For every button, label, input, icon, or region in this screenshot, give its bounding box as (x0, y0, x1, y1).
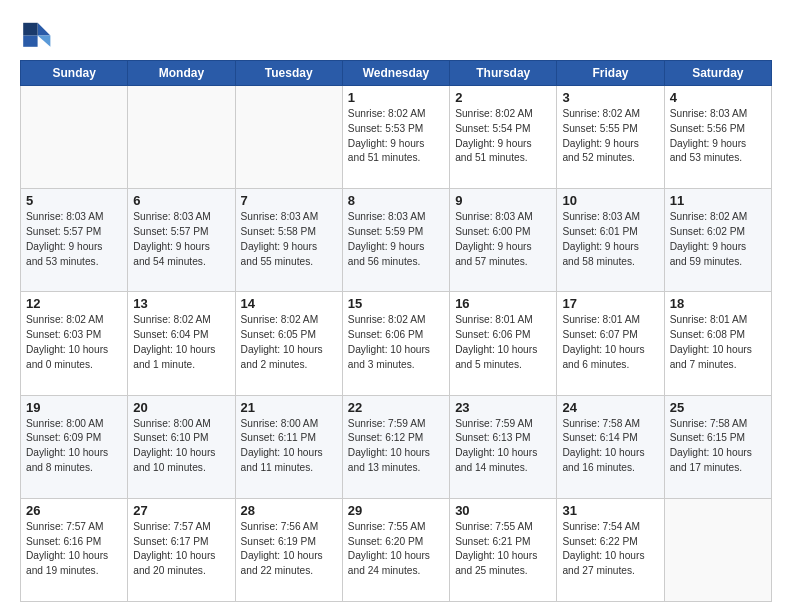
calendar-table: SundayMondayTuesdayWednesdayThursdayFrid… (20, 60, 772, 602)
logo (20, 18, 56, 50)
calendar-cell: 4Sunrise: 8:03 AM Sunset: 5:56 PM Daylig… (664, 86, 771, 189)
page: SundayMondayTuesdayWednesdayThursdayFrid… (0, 0, 792, 612)
day-number: 17 (562, 296, 659, 311)
calendar-cell: 1Sunrise: 8:02 AM Sunset: 5:53 PM Daylig… (342, 86, 449, 189)
day-number: 13 (133, 296, 230, 311)
calendar-cell: 8Sunrise: 8:03 AM Sunset: 5:59 PM Daylig… (342, 189, 449, 292)
day-number: 6 (133, 193, 230, 208)
day-number: 5 (26, 193, 123, 208)
day-info: Sunrise: 8:03 AM Sunset: 5:57 PM Dayligh… (26, 210, 123, 269)
day-number: 18 (670, 296, 767, 311)
day-number: 31 (562, 503, 659, 518)
day-info: Sunrise: 7:56 AM Sunset: 6:19 PM Dayligh… (241, 520, 338, 579)
day-info: Sunrise: 8:02 AM Sunset: 6:06 PM Dayligh… (348, 313, 445, 372)
calendar-cell: 29Sunrise: 7:55 AM Sunset: 6:20 PM Dayli… (342, 498, 449, 601)
calendar-cell: 19Sunrise: 8:00 AM Sunset: 6:09 PM Dayli… (21, 395, 128, 498)
day-number: 2 (455, 90, 552, 105)
calendar-cell: 20Sunrise: 8:00 AM Sunset: 6:10 PM Dayli… (128, 395, 235, 498)
calendar-cell: 9Sunrise: 8:03 AM Sunset: 6:00 PM Daylig… (450, 189, 557, 292)
calendar-cell: 2Sunrise: 8:02 AM Sunset: 5:54 PM Daylig… (450, 86, 557, 189)
day-number: 7 (241, 193, 338, 208)
day-number: 22 (348, 400, 445, 415)
calendar-cell: 14Sunrise: 8:02 AM Sunset: 6:05 PM Dayli… (235, 292, 342, 395)
day-info: Sunrise: 8:02 AM Sunset: 6:02 PM Dayligh… (670, 210, 767, 269)
calendar-cell (128, 86, 235, 189)
calendar-cell: 12Sunrise: 8:02 AM Sunset: 6:03 PM Dayli… (21, 292, 128, 395)
day-number: 23 (455, 400, 552, 415)
weekday-header-monday: Monday (128, 61, 235, 86)
day-info: Sunrise: 7:57 AM Sunset: 6:16 PM Dayligh… (26, 520, 123, 579)
svg-rect-2 (23, 23, 37, 36)
weekday-header-wednesday: Wednesday (342, 61, 449, 86)
day-number: 19 (26, 400, 123, 415)
calendar-cell: 18Sunrise: 8:01 AM Sunset: 6:08 PM Dayli… (664, 292, 771, 395)
calendar-cell: 6Sunrise: 8:03 AM Sunset: 5:57 PM Daylig… (128, 189, 235, 292)
calendar-cell: 21Sunrise: 8:00 AM Sunset: 6:11 PM Dayli… (235, 395, 342, 498)
day-number: 11 (670, 193, 767, 208)
calendar-cell: 16Sunrise: 8:01 AM Sunset: 6:06 PM Dayli… (450, 292, 557, 395)
day-number: 21 (241, 400, 338, 415)
svg-rect-3 (23, 36, 37, 47)
day-number: 24 (562, 400, 659, 415)
day-number: 15 (348, 296, 445, 311)
weekday-header-thursday: Thursday (450, 61, 557, 86)
calendar-cell: 25Sunrise: 7:58 AM Sunset: 6:15 PM Dayli… (664, 395, 771, 498)
logo-icon (20, 18, 52, 50)
day-info: Sunrise: 7:58 AM Sunset: 6:15 PM Dayligh… (670, 417, 767, 476)
weekday-header-friday: Friday (557, 61, 664, 86)
day-number: 29 (348, 503, 445, 518)
day-info: Sunrise: 8:03 AM Sunset: 5:56 PM Dayligh… (670, 107, 767, 166)
calendar-cell: 28Sunrise: 7:56 AM Sunset: 6:19 PM Dayli… (235, 498, 342, 601)
calendar-cell: 24Sunrise: 7:58 AM Sunset: 6:14 PM Dayli… (557, 395, 664, 498)
weekday-header-sunday: Sunday (21, 61, 128, 86)
calendar-cell (235, 86, 342, 189)
week-row-1: 5Sunrise: 8:03 AM Sunset: 5:57 PM Daylig… (21, 189, 772, 292)
day-info: Sunrise: 7:59 AM Sunset: 6:12 PM Dayligh… (348, 417, 445, 476)
day-info: Sunrise: 8:03 AM Sunset: 6:00 PM Dayligh… (455, 210, 552, 269)
calendar-cell: 23Sunrise: 7:59 AM Sunset: 6:13 PM Dayli… (450, 395, 557, 498)
day-info: Sunrise: 7:55 AM Sunset: 6:21 PM Dayligh… (455, 520, 552, 579)
day-info: Sunrise: 8:01 AM Sunset: 6:08 PM Dayligh… (670, 313, 767, 372)
calendar-cell: 5Sunrise: 8:03 AM Sunset: 5:57 PM Daylig… (21, 189, 128, 292)
day-info: Sunrise: 8:00 AM Sunset: 6:09 PM Dayligh… (26, 417, 123, 476)
day-info: Sunrise: 8:03 AM Sunset: 5:57 PM Dayligh… (133, 210, 230, 269)
calendar-cell: 7Sunrise: 8:03 AM Sunset: 5:58 PM Daylig… (235, 189, 342, 292)
day-number: 12 (26, 296, 123, 311)
day-number: 14 (241, 296, 338, 311)
calendar-cell: 27Sunrise: 7:57 AM Sunset: 6:17 PM Dayli… (128, 498, 235, 601)
svg-marker-1 (38, 36, 51, 47)
day-number: 10 (562, 193, 659, 208)
day-number: 16 (455, 296, 552, 311)
day-info: Sunrise: 8:03 AM Sunset: 5:58 PM Dayligh… (241, 210, 338, 269)
day-info: Sunrise: 7:59 AM Sunset: 6:13 PM Dayligh… (455, 417, 552, 476)
day-info: Sunrise: 8:02 AM Sunset: 5:53 PM Dayligh… (348, 107, 445, 166)
weekday-header-row: SundayMondayTuesdayWednesdayThursdayFrid… (21, 61, 772, 86)
day-number: 8 (348, 193, 445, 208)
calendar-cell: 11Sunrise: 8:02 AM Sunset: 6:02 PM Dayli… (664, 189, 771, 292)
calendar-cell: 22Sunrise: 7:59 AM Sunset: 6:12 PM Dayli… (342, 395, 449, 498)
day-info: Sunrise: 8:02 AM Sunset: 6:05 PM Dayligh… (241, 313, 338, 372)
calendar-cell (21, 86, 128, 189)
day-info: Sunrise: 8:02 AM Sunset: 5:54 PM Dayligh… (455, 107, 552, 166)
day-info: Sunrise: 8:01 AM Sunset: 6:06 PM Dayligh… (455, 313, 552, 372)
calendar-cell: 30Sunrise: 7:55 AM Sunset: 6:21 PM Dayli… (450, 498, 557, 601)
day-info: Sunrise: 7:54 AM Sunset: 6:22 PM Dayligh… (562, 520, 659, 579)
day-number: 3 (562, 90, 659, 105)
week-row-3: 19Sunrise: 8:00 AM Sunset: 6:09 PM Dayli… (21, 395, 772, 498)
day-number: 26 (26, 503, 123, 518)
calendar-cell: 3Sunrise: 8:02 AM Sunset: 5:55 PM Daylig… (557, 86, 664, 189)
day-number: 20 (133, 400, 230, 415)
calendar-cell: 31Sunrise: 7:54 AM Sunset: 6:22 PM Dayli… (557, 498, 664, 601)
header (20, 18, 772, 50)
weekday-header-saturday: Saturday (664, 61, 771, 86)
day-info: Sunrise: 8:02 AM Sunset: 6:04 PM Dayligh… (133, 313, 230, 372)
calendar-cell: 26Sunrise: 7:57 AM Sunset: 6:16 PM Dayli… (21, 498, 128, 601)
week-row-2: 12Sunrise: 8:02 AM Sunset: 6:03 PM Dayli… (21, 292, 772, 395)
day-number: 1 (348, 90, 445, 105)
calendar-cell: 15Sunrise: 8:02 AM Sunset: 6:06 PM Dayli… (342, 292, 449, 395)
svg-marker-0 (38, 23, 51, 36)
weekday-header-tuesday: Tuesday (235, 61, 342, 86)
day-info: Sunrise: 8:00 AM Sunset: 6:11 PM Dayligh… (241, 417, 338, 476)
calendar-cell (664, 498, 771, 601)
day-number: 30 (455, 503, 552, 518)
